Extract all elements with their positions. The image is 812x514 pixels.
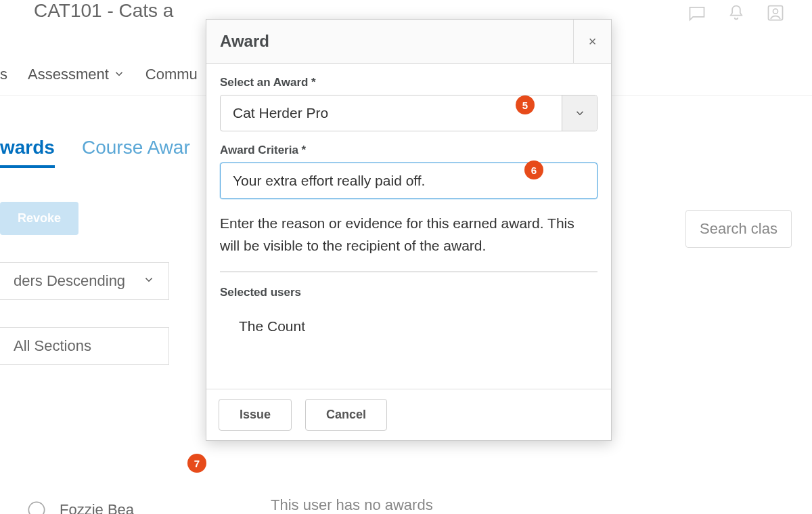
notifications-icon[interactable] [727,3,746,25]
messages-icon[interactable] [687,3,706,25]
criteria-label: Award Criteria * [220,144,597,157]
section-select[interactable]: All Sections [0,327,169,365]
revoke-button[interactable]: Revoke [0,202,78,235]
award-select-caret[interactable] [562,95,597,131]
criteria-help-text: Enter the reason or evidence for this ea… [220,213,597,272]
modal-title: Award [206,20,573,63]
chevron-down-icon [113,68,125,82]
nav-item-assessment[interactable]: Assessment [28,66,125,83]
selected-user-item: The Count [220,318,597,335]
close-button[interactable]: × [573,20,611,63]
callout-7: 7 [187,454,206,473]
award-select[interactable]: Cat Herder Pro [220,95,597,131]
avatar-icon [27,500,46,514]
callout-5: 5 [516,95,535,114]
cancel-button[interactable]: Cancel [305,399,387,431]
nav-item-communication[interactable]: Commu [145,66,198,83]
svg-point-2 [28,502,44,514]
select-award-label: Select an Award * [220,76,597,89]
chevron-down-icon [574,107,586,119]
tab-classlist-awards[interactable]: wards [0,137,55,168]
svg-rect-0 [769,6,783,20]
issue-button[interactable]: Issue [219,399,292,431]
chevron-down-icon [143,272,155,290]
profile-icon[interactable] [766,3,785,25]
nav-item-label: Assessment [28,66,109,83]
search-input[interactable]: Search clas [685,210,792,248]
selected-users-label: Selected users [220,286,597,299]
no-awards-text: This user has no awards [271,496,433,514]
tab-course-awards[interactable]: Course Awar [82,137,190,168]
sort-order-value: ders Descending [14,272,125,290]
nav-item-fragment[interactable]: s [0,66,7,83]
award-modal: Award × Select an Award * Cat Herder Pro… [206,19,612,441]
top-icon-bar [687,3,785,25]
award-select-value: Cat Herder Pro [221,95,562,131]
user-name: Fozzie Bea [60,501,134,514]
svg-point-1 [773,9,778,14]
section-value: All Sections [14,337,91,355]
callout-6: 6 [524,160,543,179]
sort-order-select[interactable]: ders Descending [0,262,169,300]
